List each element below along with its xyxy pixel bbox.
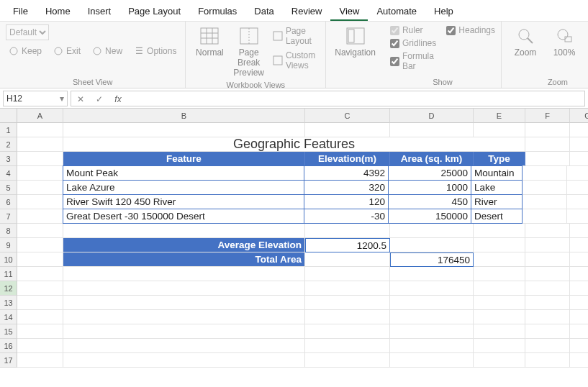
cell[interactable] (570, 238, 588, 252)
title-cell[interactable]: Geographic Features (63, 137, 525, 152)
cell[interactable] (390, 296, 474, 310)
cell[interactable] (525, 137, 570, 152)
cell[interactable] (17, 224, 63, 238)
row-header[interactable]: 6 (0, 195, 17, 209)
cell[interactable] (474, 324, 525, 339)
cell[interactable] (525, 152, 570, 166)
cell[interactable] (305, 224, 390, 238)
cell[interactable] (570, 281, 588, 296)
cell[interactable] (474, 353, 525, 368)
navigation-button[interactable]: Navigation (332, 24, 379, 59)
cell[interactable] (63, 224, 305, 238)
row-header[interactable]: 4 (0, 166, 17, 181)
cell[interactable] (474, 296, 525, 310)
menu-formulas[interactable]: Formulas (189, 3, 245, 21)
page-layout-button[interactable]: Page Layout (270, 24, 320, 47)
col-header[interactable]: E (474, 109, 525, 123)
cell[interactable] (390, 267, 474, 281)
cell[interactable] (17, 166, 63, 181)
header-type[interactable]: Type (474, 152, 525, 166)
cell[interactable] (390, 324, 474, 339)
menu-insert[interactable]: Insert (79, 3, 120, 21)
cell[interactable] (570, 137, 588, 152)
col-header[interactable]: A (17, 109, 63, 123)
cell-elevation[interactable]: 120 (304, 194, 389, 209)
cell[interactable] (305, 281, 390, 296)
menu-page-layout[interactable]: Page Layout (119, 3, 189, 21)
cell[interactable] (17, 252, 63, 267)
cell-elevation[interactable]: 320 (304, 180, 389, 195)
cell[interactable] (63, 353, 305, 368)
cell[interactable] (525, 296, 570, 310)
cancel-button[interactable]: ✕ (71, 91, 90, 107)
cell[interactable] (570, 296, 588, 310)
menu-data[interactable]: Data (245, 3, 282, 21)
new-button[interactable]: New (89, 45, 125, 58)
menu-file[interactable]: File (4, 3, 37, 21)
row-header[interactable]: 12 (0, 281, 17, 296)
cell[interactable] (523, 181, 567, 195)
fx-button[interactable]: fx (109, 91, 127, 107)
menu-automate[interactable]: Automate (368, 3, 425, 21)
menu-view[interactable]: View (330, 3, 368, 21)
cell[interactable] (305, 324, 390, 339)
cell[interactable] (63, 324, 305, 339)
cell[interactable] (525, 267, 570, 281)
cell[interactable] (567, 181, 588, 195)
custom-views-button[interactable]: Custom Views (270, 49, 320, 72)
total-area-label[interactable]: Total Area (63, 252, 305, 267)
avg-elevation-label[interactable]: Average Elevation (63, 238, 305, 252)
cell[interactable] (474, 123, 525, 137)
row-header[interactable]: 3 (0, 152, 17, 166)
cell[interactable] (63, 123, 305, 137)
cell-elevation[interactable]: -30 (304, 209, 389, 224)
header-elevation[interactable]: Elevation(m) (305, 152, 390, 166)
gridlines-checkbox[interactable]: Gridlines (390, 37, 436, 49)
avg-elevation-value[interactable]: 1200.5 (305, 238, 390, 252)
cell[interactable] (390, 339, 474, 353)
cell[interactable] (63, 310, 305, 324)
name-box[interactable]: H12 ▾ (3, 91, 68, 106)
cell-type[interactable]: Mountain (471, 165, 523, 181)
menu-review[interactable]: Review (283, 3, 331, 21)
cell-feature[interactable]: Mount Peak (63, 165, 304, 181)
cell[interactable] (305, 123, 390, 137)
cell-elevation[interactable]: 4392 (304, 165, 389, 181)
cell[interactable] (17, 137, 63, 152)
cell[interactable] (474, 281, 525, 296)
formula-bar-checkbox[interactable]: Formula Bar (390, 50, 436, 72)
cell[interactable] (525, 238, 570, 252)
col-header[interactable]: C (305, 109, 390, 123)
row-header[interactable]: 7 (0, 209, 17, 224)
cell[interactable] (63, 296, 305, 310)
cell[interactable] (305, 310, 390, 324)
row-header[interactable]: 15 (0, 324, 17, 339)
header-feature[interactable]: Feature (63, 152, 305, 166)
row-header[interactable]: 16 (0, 339, 17, 353)
headings-checkbox[interactable]: Headings (446, 24, 495, 36)
cell-area[interactable]: 1000 (388, 180, 471, 195)
zoom-button[interactable]: Zoom (507, 24, 543, 59)
total-area-value[interactable]: 176450 (390, 252, 474, 267)
cell[interactable] (305, 353, 390, 368)
cell-area[interactable]: 450 (388, 194, 471, 209)
row-header[interactable]: 2 (0, 137, 17, 152)
header-area[interactable]: Area (sq. km) (390, 152, 474, 166)
cell[interactable] (474, 238, 525, 252)
row-header[interactable]: 14 (0, 310, 17, 324)
row-header[interactable]: 9 (0, 238, 17, 252)
cell[interactable] (17, 181, 63, 195)
cell-feature[interactable]: Great Desert -30 150000 Desert (63, 209, 304, 224)
cell[interactable] (305, 267, 390, 281)
cell[interactable] (17, 310, 63, 324)
cell[interactable] (17, 195, 63, 209)
exit-button[interactable]: Exit (50, 45, 83, 58)
cell[interactable] (474, 339, 525, 353)
cell[interactable] (523, 195, 567, 209)
cell[interactable] (525, 324, 570, 339)
col-header[interactable]: B (63, 109, 305, 123)
cell-type[interactable]: Lake (471, 180, 523, 195)
cell[interactable] (570, 310, 588, 324)
cell[interactable] (525, 353, 570, 368)
cell[interactable] (305, 296, 390, 310)
